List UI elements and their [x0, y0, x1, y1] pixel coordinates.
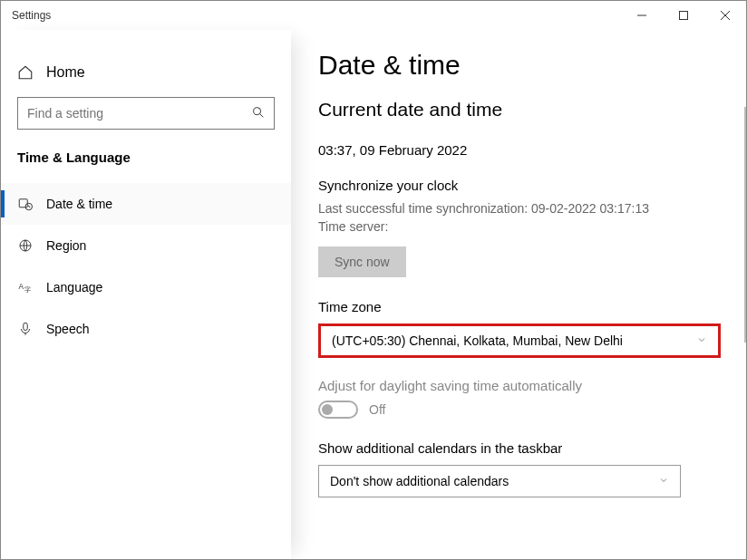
- sync-section: Synchronize your clock Last successful t…: [318, 178, 721, 277]
- scrollbar[interactable]: [744, 107, 746, 343]
- home-icon: [17, 64, 34, 81]
- window-title: Settings: [1, 9, 51, 22]
- sidebar: Home Time & Language Date & time Region …: [1, 30, 291, 560]
- svg-rect-1: [680, 11, 688, 19]
- svg-line-9: [29, 207, 31, 208]
- svg-text:字: 字: [24, 286, 31, 293]
- svg-line-5: [260, 114, 263, 117]
- minimize-button[interactable]: [621, 1, 663, 30]
- sidebar-item-region[interactable]: Region: [1, 225, 291, 266]
- home-nav[interactable]: Home: [1, 59, 291, 97]
- microphone-icon: [17, 321, 34, 337]
- page-title: Date & time: [318, 50, 721, 81]
- language-icon: A字: [17, 279, 34, 295]
- dst-label: Adjust for daylight saving time automati…: [318, 378, 721, 393]
- sidebar-item-label: Date & time: [46, 197, 112, 211]
- svg-rect-6: [19, 199, 27, 208]
- additional-calendars-section: Show additional calendars in the taskbar…: [318, 440, 721, 497]
- timezone-value: (UTC+05:30) Chennai, Kolkata, Mumbai, Ne…: [332, 333, 623, 348]
- dst-state: Off: [369, 402, 385, 417]
- svg-rect-13: [24, 323, 28, 330]
- sidebar-item-label: Language: [46, 280, 102, 294]
- timezone-label: Time zone: [318, 299, 721, 314]
- home-label: Home: [46, 64, 85, 81]
- dst-toggle: [318, 401, 358, 419]
- clock-calendar-icon: [17, 196, 34, 212]
- title-bar: Settings: [1, 1, 746, 30]
- sidebar-item-label: Region: [46, 238, 86, 253]
- timezone-dropdown[interactable]: (UTC+05:30) Chennai, Kolkata, Mumbai, Ne…: [318, 323, 721, 358]
- svg-point-4: [254, 108, 261, 115]
- sidebar-item-label: Speech: [46, 322, 89, 336]
- addcal-value: Don't show additional calendars: [330, 474, 509, 488]
- chevron-down-icon: [658, 474, 669, 488]
- sidebar-item-speech[interactable]: Speech: [1, 308, 291, 350]
- sidebar-item-date-time[interactable]: Date & time: [1, 183, 291, 225]
- category-heading: Time & Language: [1, 150, 291, 183]
- dst-section: Adjust for daylight saving time automati…: [318, 378, 721, 419]
- sync-last-value: Last successful time synchronization: 09…: [318, 200, 721, 218]
- sync-title: Synchronize your clock: [318, 178, 721, 193]
- sidebar-item-language[interactable]: A字 Language: [1, 266, 291, 308]
- current-datetime-value: 03:37, 09 February 2022: [318, 142, 721, 158]
- section-current: Current date and time: [318, 99, 721, 121]
- close-button[interactable]: [704, 1, 746, 30]
- additional-calendars-dropdown[interactable]: Don't show additional calendars: [318, 465, 681, 497]
- addcal-label: Show additional calendars in the taskbar: [318, 440, 721, 456]
- maximize-button[interactable]: [663, 1, 704, 30]
- globe-icon: [17, 237, 34, 254]
- search-input[interactable]: [17, 97, 275, 130]
- svg-text:A: A: [19, 283, 24, 291]
- main-content: Date & time Current date and time 03:37,…: [291, 30, 746, 560]
- search-container: [17, 97, 275, 130]
- search-icon: [251, 105, 266, 123]
- sync-now-button[interactable]: Sync now: [318, 246, 406, 277]
- chevron-down-icon: [696, 333, 707, 348]
- sync-server-label: Time server:: [318, 218, 721, 237]
